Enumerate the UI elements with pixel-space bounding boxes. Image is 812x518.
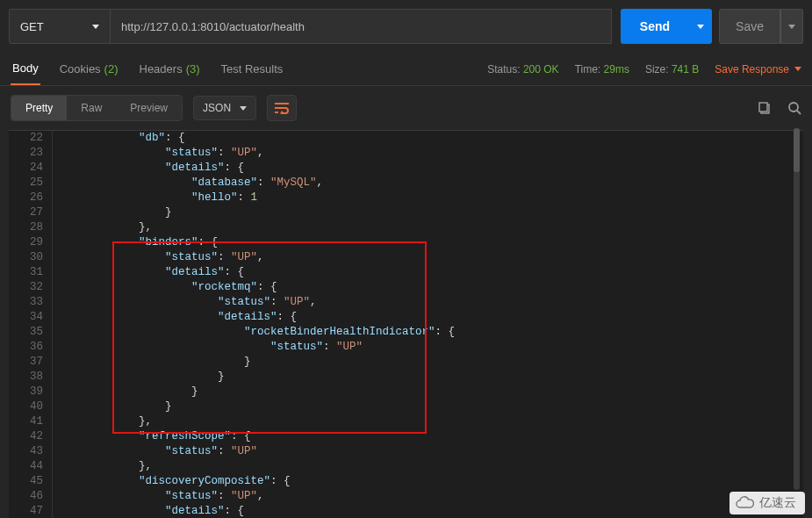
view-mode-group: Pretty Raw Preview (11, 95, 183, 121)
vertical-scrollbar-thumb[interactable] (794, 128, 800, 172)
response-header: Body Cookies (2) Headers (3) Test Result… (0, 53, 812, 86)
tab-headers-label: Headers (140, 62, 183, 76)
view-toolbar: Pretty Raw Preview JSON (0, 86, 812, 130)
view-preview-button[interactable]: Preview (116, 96, 182, 120)
wrap-lines-button[interactable] (267, 95, 297, 121)
time-value: 29ms (604, 63, 629, 76)
tab-body-label: Body (12, 61, 39, 75)
copy-icon (758, 101, 772, 115)
size-value: 741 B (672, 63, 699, 76)
size-meta: Size: 741 B (645, 63, 699, 76)
chevron-down-icon (794, 67, 801, 71)
format-select[interactable]: JSON (193, 96, 256, 120)
status-meta: Status: 200 OK (487, 63, 558, 76)
tab-test-results[interactable]: Test Results (219, 53, 285, 85)
save-group: Save (719, 9, 803, 44)
time-label: Time: (575, 63, 601, 76)
headers-count-badge: (3) (186, 62, 200, 76)
save-dropdown-button[interactable] (780, 9, 803, 44)
response-body-viewer: 2223242526272829303132333435363738394041… (9, 130, 803, 518)
save-button[interactable]: Save (719, 9, 780, 44)
response-tabs: Body Cookies (2) Headers (3) Test Result… (11, 53, 284, 85)
send-dropdown-button[interactable] (689, 9, 712, 44)
request-bar: GET Send Save (0, 0, 812, 53)
search-response-button[interactable] (787, 101, 801, 115)
tab-test-results-label: Test Results (221, 62, 284, 76)
vertical-scrollbar-track[interactable] (794, 130, 800, 490)
tab-cookies-label: Cookies (60, 62, 101, 76)
watermark: 亿速云 (729, 492, 805, 514)
code-content[interactable]: "db": { "status": "UP", "details": { "da… (53, 131, 455, 518)
send-button[interactable]: Send (621, 9, 689, 44)
size-label: Size: (645, 63, 669, 76)
save-response-button[interactable]: Save Response (715, 63, 801, 76)
send-group: Send (621, 9, 712, 44)
chevron-down-icon (240, 106, 247, 111)
view-raw-button[interactable]: Raw (67, 96, 116, 120)
toolbar-right (758, 101, 801, 115)
wrap-icon (274, 102, 290, 114)
watermark-text: 亿速云 (759, 495, 796, 511)
line-number-gutter: 2223242526272829303132333435363738394041… (9, 131, 53, 518)
svg-rect-1 (759, 103, 767, 112)
status-value: 200 OK (523, 63, 559, 76)
search-icon (787, 101, 801, 115)
url-input[interactable] (110, 9, 612, 44)
http-method-value: GET (20, 20, 44, 33)
response-meta: Status: 200 OK Time: 29ms Size: 741 B Sa… (487, 63, 801, 76)
tab-cookies[interactable]: Cookies (2) (58, 53, 120, 85)
chevron-down-icon (697, 25, 704, 29)
status-label: Status: (487, 63, 520, 76)
chevron-down-icon (788, 25, 795, 29)
http-method-select[interactable]: GET (9, 9, 110, 44)
format-value: JSON (203, 102, 231, 114)
svg-point-2 (789, 103, 798, 112)
cookies-count-badge: (2) (104, 62, 119, 76)
tab-headers[interactable]: Headers (3) (138, 53, 202, 85)
copy-button[interactable] (758, 101, 772, 115)
svg-line-3 (797, 111, 801, 114)
time-meta: Time: 29ms (575, 63, 629, 76)
view-pretty-button[interactable]: Pretty (11, 96, 67, 120)
save-response-label: Save Response (715, 63, 789, 76)
tab-body[interactable]: Body (11, 53, 40, 85)
cloud-icon (735, 495, 756, 511)
chevron-down-icon (92, 25, 99, 29)
